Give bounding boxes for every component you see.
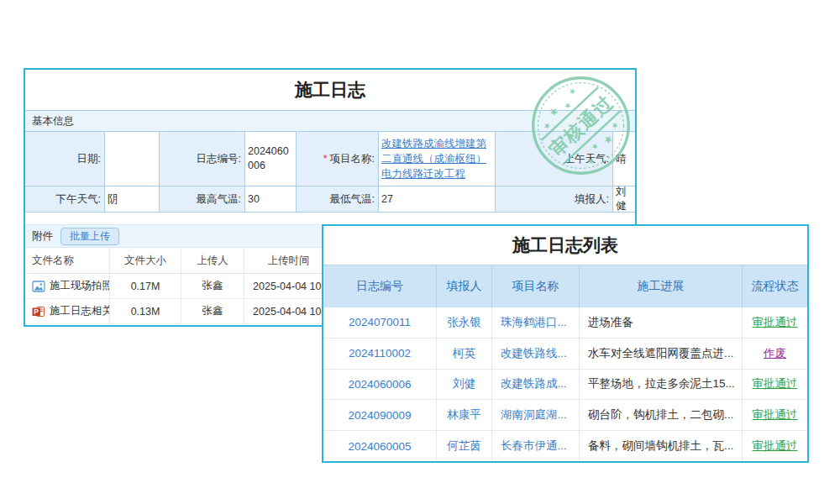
- uploader-cell: 张鑫: [181, 299, 244, 323]
- date-label: 日期:: [25, 132, 105, 186]
- uploader-header: 上传人: [181, 248, 244, 273]
- am-weather-value[interactable]: 晴: [613, 132, 635, 186]
- pm-weather-value[interactable]: 阴: [105, 186, 160, 213]
- max-temp-value[interactable]: 30: [245, 186, 297, 213]
- progress-text: 进场准备: [588, 315, 633, 330]
- project-name-link[interactable]: 改建铁路成渝线增建第二直通线（成渝枢纽）电力线路迁改工程: [381, 136, 492, 181]
- am-weather-label: 上午天气:: [496, 132, 613, 186]
- reporter-link[interactable]: 林康平: [447, 407, 481, 423]
- project-link[interactable]: 珠海鹤港口...: [501, 315, 567, 330]
- column-log-no: 日志编号: [323, 265, 437, 307]
- file-size-cell: 0.13M: [110, 299, 181, 323]
- project-link[interactable]: 改建铁路成...: [501, 376, 567, 391]
- attachments-label: 附件: [32, 229, 53, 244]
- table-row: 2024060006 刘健 改建铁路成... 平整场地，拉走多余泥土15... …: [323, 370, 807, 401]
- log-no-link[interactable]: 2024060005: [348, 440, 411, 453]
- progress-text: 平整场地，拉走多余泥土15...: [588, 376, 735, 391]
- status-link[interactable]: 审批通过: [753, 315, 798, 330]
- log-no-value[interactable]: 2024060006: [245, 132, 297, 186]
- upload-time-cell: 2025-04-04 10:: [244, 299, 333, 323]
- list-title: 施工日志列表: [323, 226, 807, 265]
- file-name-cell: 施工现场拍照.j: [25, 274, 110, 298]
- progress-text: 砌台阶，钩机排土，二包砌...: [588, 407, 733, 423]
- form-title: 施工日志: [25, 70, 635, 110]
- log-no-link[interactable]: 2024110002: [349, 347, 411, 360]
- reporter-value[interactable]: 刘健: [613, 186, 635, 213]
- log-no-link[interactable]: 2024070011: [349, 316, 411, 328]
- column-project: 项目名称: [492, 265, 580, 307]
- upload-time-cell: 2025-04-04 10:: [244, 274, 333, 298]
- uploader-cell: 张鑫: [181, 274, 244, 298]
- status-link[interactable]: 审批通过: [753, 376, 798, 391]
- date-input[interactable]: [105, 132, 160, 186]
- project-link[interactable]: 湖南洞庭湖...: [501, 407, 567, 423]
- svg-text:P: P: [34, 307, 39, 316]
- table-row: 2024090009 林康平 湖南洞庭湖... 砌台阶，钩机排土，二包砌... …: [323, 400, 807, 431]
- batch-upload-button[interactable]: 批量上传: [60, 228, 119, 245]
- min-temp-label: 最低气温:: [297, 186, 379, 213]
- progress-text: 水车对全线遮阳网覆盖点进...: [588, 346, 733, 361]
- table-row: 2024060005 何芷茵 长春市伊通... 备料，砌间墙钩机排土，瓦... …: [323, 431, 807, 461]
- project-link[interactable]: 长春市伊通...: [501, 438, 567, 454]
- min-temp-value[interactable]: 27: [379, 186, 496, 213]
- column-status: 流程状态: [743, 265, 807, 307]
- log-no-link[interactable]: 2024060006: [348, 378, 411, 391]
- project-name-label: * 项目名称:: [297, 132, 379, 186]
- reporter-label: 填报人:: [496, 186, 613, 213]
- project-name-cell: 改建铁路成渝线增建第二直通线（成渝枢纽）电力线路迁改工程: [379, 132, 496, 186]
- section-basic-info: 基本信息: [25, 110, 635, 132]
- image-file-icon: [32, 280, 45, 293]
- project-link[interactable]: 改建铁路线...: [501, 346, 567, 361]
- ppt-file-icon: P: [32, 305, 45, 318]
- reporter-link[interactable]: 刘健: [453, 376, 475, 391]
- table-row: 2024070011 张永银 珠海鹤港口... 进场准备 审批通过: [323, 307, 807, 339]
- table-row: 2024110002 柯英 改建铁路线... 水车对全线遮阳网覆盖点进... 作…: [323, 339, 807, 370]
- construction-log-list-panel: 施工日志列表 日志编号 填报人 项目名称 施工进展 流程状态 202407001…: [322, 224, 809, 463]
- status-link[interactable]: 审批通过: [753, 407, 798, 423]
- status-link[interactable]: 审批通过: [753, 438, 798, 454]
- file-name-header: 文件名称: [25, 248, 110, 273]
- pm-weather-label: 下午天气:: [25, 186, 105, 213]
- progress-text: 备料，砌间墙钩机排土，瓦...: [588, 438, 733, 454]
- max-temp-label: 最高气温:: [160, 186, 245, 213]
- section-title: 基本信息: [32, 114, 74, 129]
- log-no-link[interactable]: 2024090009: [348, 409, 411, 422]
- form-gap: [25, 213, 635, 224]
- list-body: 2024070011 张永银 珠海鹤港口... 进场准备 审批通过 202411…: [323, 307, 807, 461]
- file-size-header: 文件大小: [110, 248, 181, 273]
- column-progress: 施工进展: [580, 265, 743, 307]
- required-asterisk: *: [323, 153, 328, 165]
- form-row-1: 日期: 日志编号: 2024060006 * 项目名称: 改建铁路成渝线增建第二…: [25, 132, 635, 186]
- reporter-link[interactable]: 张永银: [447, 315, 481, 330]
- file-size-cell: 0.17M: [110, 274, 181, 298]
- reporter-link[interactable]: 何芷茵: [447, 438, 481, 454]
- reporter-link[interactable]: 柯英: [453, 346, 475, 361]
- log-no-label: 日志编号:: [160, 132, 245, 186]
- status-link[interactable]: 作废: [764, 346, 786, 361]
- column-reporter: 填报人: [437, 265, 492, 307]
- list-header-row: 日志编号 填报人 项目名称 施工进展 流程状态: [323, 265, 807, 307]
- form-row-2: 下午天气: 阴 最高气温: 30 最低气温: 27 填报人: 刘健: [25, 186, 635, 213]
- file-name-cell: P 施工日志相关: [25, 299, 110, 323]
- upload-time-header: 上传时间: [244, 248, 333, 273]
